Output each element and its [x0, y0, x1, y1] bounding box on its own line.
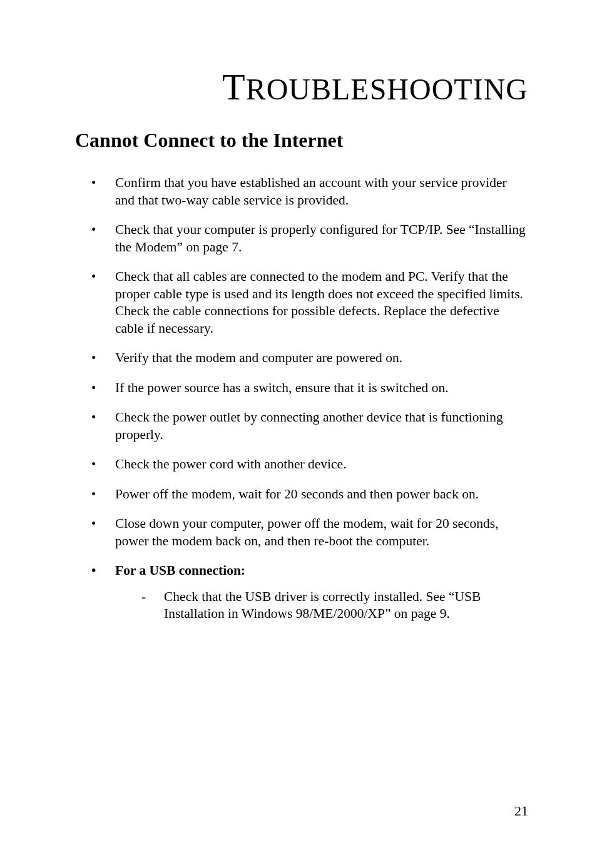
list-item-text: Check the power cord with another device… [115, 457, 347, 472]
section-heading: Cannot Connect to the Internet [75, 129, 528, 152]
list-item-text: Verify that the modem and computer are p… [115, 350, 402, 365]
list-item: Check that your computer is properly con… [91, 221, 528, 256]
list-item: Power off the modem, wait for 20 seconds… [91, 486, 528, 503]
page-number: 21 [514, 803, 528, 819]
list-item: Check the power cord with another device… [91, 456, 528, 473]
sub-bullet-list: Check that the USB driver is correctly i… [115, 588, 528, 623]
list-item-text: Check that your computer is properly con… [115, 222, 526, 255]
page-content: TROUBLESHOOTING Cannot Connect to the In… [0, 0, 597, 623]
list-item: Check that all cables are connected to t… [91, 268, 528, 337]
list-item: If the power source has a switch, ensure… [91, 380, 528, 397]
list-item: Close down your computer, power off the … [91, 515, 528, 550]
list-item-text: Power off the modem, wait for 20 seconds… [115, 487, 479, 502]
chapter-title-first-letter: T [222, 66, 246, 108]
chapter-title: TROUBLESHOOTING [75, 66, 528, 109]
list-item-text: If the power source has a switch, ensure… [115, 380, 449, 395]
list-item: Check the power outlet by connecting ano… [91, 409, 528, 443]
list-item-bold: For a USB connection: Check that the USB… [91, 562, 528, 623]
sub-list-item-text: Check that the USB driver is correctly i… [164, 589, 481, 622]
bullet-list: Confirm that you have established an acc… [75, 174, 528, 623]
list-item-text: Check that all cables are connected to t… [115, 269, 523, 336]
list-item-text: Check the power outlet by connecting ano… [115, 410, 503, 442]
list-item-text: Close down your computer, power off the … [115, 516, 499, 548]
list-item: Confirm that you have established an acc… [91, 174, 528, 209]
sub-list-item: Check that the USB driver is correctly i… [141, 588, 528, 623]
list-item-text: For a USB connection: [115, 563, 245, 578]
list-item-text: Confirm that you have established an acc… [115, 175, 507, 208]
chapter-title-rest: ROUBLESHOOTING [246, 73, 528, 106]
list-item: Verify that the modem and computer are p… [91, 350, 528, 367]
